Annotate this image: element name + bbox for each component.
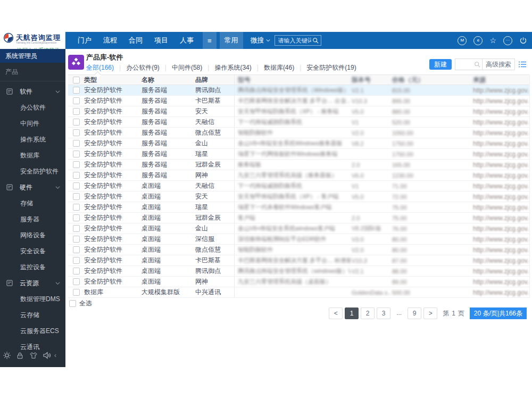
- table-row[interactable]: 安全防护软件 桌面端 安天 安天智甲终端防御系统（XP） - 客户端 V5.0 …: [68, 192, 529, 202]
- cell-price-blurred: 72.00: [391, 194, 472, 200]
- page-button[interactable]: 9: [408, 307, 421, 319]
- row-checkbox[interactable]: [73, 236, 80, 243]
- page-button[interactable]: 2: [361, 307, 375, 319]
- sidebar-item[interactable]: 监控设备: [0, 259, 65, 275]
- table-row[interactable]: 安全防护软件 服务器端 冠群金辰 服务端版 2.0 165.00 http://…: [68, 160, 529, 170]
- row-checkbox[interactable]: [73, 108, 80, 115]
- table-row[interactable]: 安全防护软件 桌面端 网神 九安三六零管理系统高级（桌面版） 89.00 htt…: [68, 277, 529, 287]
- table-row[interactable]: 安全防护软件 桌面端 微点佰慧 智能防御软件 V2.0 80.00 http:/…: [68, 245, 529, 255]
- row-checkbox[interactable]: [73, 151, 80, 157]
- sidebar-item[interactable]: 云存储: [0, 307, 65, 323]
- select-all-checkbox[interactable]: [69, 300, 76, 307]
- sidebar-item[interactable]: 中间件: [0, 115, 65, 131]
- row-checkbox[interactable]: [73, 278, 80, 285]
- table-row[interactable]: 安全防护软件 桌面端 瑞星 瑞星下一代杀毒软件Windows客户端 75.00 …: [68, 202, 529, 213]
- row-checkbox[interactable]: [73, 214, 80, 221]
- sidebar-item[interactable]: 软件: [0, 84, 65, 99]
- table-row[interactable]: 安全防护软件 服务器端 瑞星 瑞星下一代网络版软件Windows服务端 1750…: [68, 149, 529, 160]
- logout-power-icon[interactable]: [519, 37, 527, 45]
- row-checkbox[interactable]: [73, 97, 80, 104]
- column-settings-icon[interactable]: [518, 61, 527, 68]
- table-row[interactable]: 安全防护软件 服务器端 腾讯御点 腾讯御点终端安全管理系统（Windows版） …: [68, 85, 529, 96]
- row-checkbox[interactable]: [73, 257, 80, 264]
- table-row[interactable]: 安全防护软件 桌面端 冠群金辰 客户端 2.0 75.00 http://www…: [68, 213, 529, 223]
- table-search-input[interactable]: [455, 61, 472, 68]
- table-row[interactable]: 安全防护软件 服务器端 微点佰慧 智能防御软件 V2.0 1050.00 htt…: [68, 128, 529, 138]
- header-checkbox[interactable]: [73, 77, 80, 84]
- collapse-sidebar-icon[interactable]: ‹: [54, 352, 56, 359]
- sidebar-item[interactable]: 数据库: [0, 147, 65, 163]
- page-size-selector[interactable]: 20 条/页|共166条: [470, 307, 527, 319]
- sidebar-item[interactable]: 存储: [0, 195, 65, 211]
- sidebar-item[interactable]: 网络设备: [0, 227, 65, 243]
- row-checkbox[interactable]: [73, 140, 80, 147]
- search-icon[interactable]: [474, 61, 480, 68]
- user-role-header[interactable]: 系统管理员: [0, 49, 65, 63]
- apps-menu-button[interactable]: ≡: [203, 32, 217, 49]
- more-icon[interactable]: ···: [503, 36, 512, 45]
- table-row[interactable]: 安全防护软件 服务器端 金山 金山V8+终端安全系统Windows服务器版 V8…: [68, 138, 529, 149]
- favorites-icon[interactable]: ☆: [489, 37, 496, 44]
- sound-speaker-icon[interactable]: [40, 352, 53, 359]
- settings-gear-icon[interactable]: [0, 351, 13, 360]
- category-tab[interactable]: 办公软件(9): [114, 63, 160, 72]
- sidebar-item[interactable]: 硬件: [0, 179, 65, 195]
- table-row[interactable]: 数据库 大规模集群版 中兴通讯 GoldenData s… 500.00 htt…: [68, 287, 529, 298]
- global-search-input[interactable]: [277, 37, 312, 44]
- category-tab[interactable]: 数据库(46): [252, 63, 294, 72]
- page-jump-value[interactable]: 1: [452, 310, 455, 317]
- row-checkbox[interactable]: [73, 182, 80, 189]
- sidebar-item[interactable]: 云资源: [0, 275, 65, 291]
- table-row[interactable]: 安全防护软件 服务器端 安天 安天智甲终端防御系统（XP） - 服务端 V5.0…: [68, 106, 529, 117]
- sidebar-item[interactable]: 操作系统: [0, 131, 65, 147]
- topnav-item[interactable]: 门户: [72, 36, 97, 45]
- sidebar-item[interactable]: 数据管理DMS: [0, 291, 65, 307]
- sidebar-item[interactable]: 办公软件: [0, 99, 65, 115]
- lock-icon[interactable]: [13, 352, 27, 360]
- row-checkbox[interactable]: [73, 119, 80, 126]
- table-row[interactable]: 安全防护软件 桌面端 深信服 深信服终端检测响应平台EDR软件 V3.0 80.…: [68, 234, 529, 245]
- search-scope-dropdown[interactable]: 微搜: [251, 36, 270, 45]
- row-checkbox[interactable]: [73, 246, 80, 253]
- sidebar-item[interactable]: 服务器: [0, 211, 65, 227]
- search-icon[interactable]: [312, 37, 319, 44]
- row-checkbox[interactable]: [73, 129, 80, 136]
- table-row[interactable]: 安全防护软件 桌面端 卡巴斯基 卡巴斯基网络安全解决方案 多平台… 标准版 - …: [68, 255, 529, 266]
- page-button[interactable]: >: [423, 307, 437, 319]
- page-button[interactable]: 1: [345, 307, 359, 319]
- category-tab[interactable]: 中间件(58): [160, 63, 202, 72]
- row-checkbox[interactable]: [73, 268, 80, 275]
- topnav-item[interactable]: 合同: [123, 36, 148, 45]
- topnav-item[interactable]: 流程: [97, 36, 123, 45]
- messages-icon[interactable]: M: [458, 36, 467, 45]
- row-checkbox[interactable]: [73, 289, 80, 296]
- row-checkbox[interactable]: [73, 193, 80, 200]
- topnav-item[interactable]: 人事: [174, 36, 200, 45]
- sidebar-item[interactable]: 安全防护软件: [0, 163, 65, 179]
- page-button[interactable]: 3: [377, 307, 390, 319]
- table-row[interactable]: 安全防护软件 桌面端 天融信 下一代终端威胁防御系统 V1 71.00 http…: [68, 181, 529, 192]
- advanced-search-link[interactable]: 高级搜索: [482, 59, 514, 70]
- table-row[interactable]: 安全防护软件 桌面端 金山 金山V8+终端安全系统windows客户端 V8.2…: [68, 223, 529, 234]
- table-row[interactable]: 安全防护软件 服务器端 天融信 下一代终端威胁防御系统 V1 520.00 ht…: [68, 117, 529, 128]
- category-tab[interactable]: 安全防护软件(19): [294, 63, 356, 72]
- table-row[interactable]: 安全防护软件 服务器端 网神 九安三六零管理系统高级（服务器版） V6.0 12…: [68, 170, 529, 181]
- table-row[interactable]: 安全防护软件 服务器端 卡巴斯基 卡巴斯基网络安全解决方案 多平台… 企业… V…: [68, 96, 529, 106]
- category-tab[interactable]: 全部(166): [86, 63, 114, 72]
- theme-shirt-icon[interactable]: [27, 352, 40, 359]
- sidebar-item[interactable]: 云服务器ECS: [0, 323, 65, 339]
- page-button[interactable]: ...: [393, 307, 405, 318]
- row-checkbox[interactable]: [73, 225, 80, 232]
- page-button[interactable]: <: [329, 307, 343, 319]
- category-tab[interactable]: 操作系统(34): [202, 63, 251, 72]
- row-checkbox[interactable]: [73, 204, 80, 211]
- mail-icon[interactable]: e: [473, 36, 483, 45]
- row-checkbox[interactable]: [73, 161, 80, 168]
- topnav-item-pinned[interactable]: 常用: [220, 32, 243, 49]
- sidebar-item[interactable]: 安全设备: [0, 243, 65, 259]
- table-row[interactable]: 安全防护软件 桌面端 腾讯御点 腾讯御点终端安全管理系统（windows版）V2…: [68, 266, 529, 277]
- row-checkbox[interactable]: [73, 172, 80, 179]
- new-button[interactable]: 新建: [429, 59, 452, 70]
- row-checkbox[interactable]: [73, 87, 80, 94]
- topnav-item[interactable]: 项目: [148, 36, 174, 45]
